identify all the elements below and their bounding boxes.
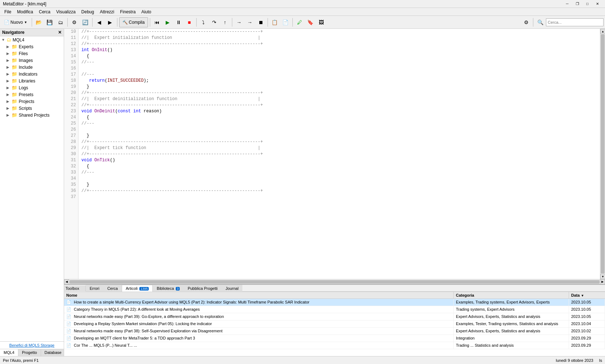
menu-finestra[interactable]: Finestra bbox=[117, 9, 138, 15]
code-editor[interactable]: //+-------------------------------------… bbox=[79, 29, 600, 279]
article-row-1[interactable]: 📄 How to create a simple Multi-Currency … bbox=[64, 299, 605, 306]
scripts-folder-icon: 📁 bbox=[12, 105, 17, 111]
menu-cerca[interactable]: Cerca bbox=[36, 9, 53, 15]
toolbar-separator-5 bbox=[150, 18, 150, 27]
tree-expand-include: ▶ bbox=[6, 65, 12, 69]
image-button[interactable]: 🖼 bbox=[316, 17, 326, 27]
hscroll-left-btn[interactable]: ◀ bbox=[64, 279, 69, 284]
new-button[interactable]: 📄 Nuovo ▼ bbox=[1, 17, 30, 27]
search-input[interactable] bbox=[546, 18, 604, 26]
toolbar-separator-8 bbox=[268, 18, 268, 27]
tree-expand-images: ▶ bbox=[6, 58, 12, 62]
menu-file[interactable]: File bbox=[1, 9, 14, 15]
debug-prev-button[interactable]: → bbox=[245, 17, 255, 27]
bookmark-button[interactable]: 🔖 bbox=[305, 17, 315, 27]
article-icon-7: 📄 bbox=[66, 343, 71, 347]
search-icon-button[interactable]: 🔍 bbox=[535, 17, 545, 27]
tree-item-logs[interactable]: ▶ 📁 Logs bbox=[0, 84, 64, 91]
tree-label-images: Images bbox=[19, 58, 33, 63]
scroll-up-btn[interactable]: ▲ bbox=[600, 29, 605, 34]
tab-journal[interactable]: Journal bbox=[221, 285, 242, 292]
run-stop-button[interactable]: ■ bbox=[184, 17, 194, 27]
code-container[interactable]: 10 11 12 13 14 15 16 17 18 19 20 21 22 2… bbox=[64, 29, 600, 279]
menu-modifica[interactable]: Modifica bbox=[14, 9, 36, 15]
navigator-close-icon[interactable]: ✕ bbox=[58, 30, 62, 35]
menu-debug[interactable]: Debug bbox=[79, 9, 97, 15]
tree-item-files[interactable]: ▶ 📁 Files bbox=[0, 50, 64, 57]
debug-next-button[interactable]: → bbox=[234, 17, 244, 27]
toolbox-tab[interactable]: Toolbox bbox=[64, 286, 86, 291]
article-row-5[interactable]: 📄 Neural networks made easy (Part 38): S… bbox=[64, 328, 605, 335]
tab-pubblica[interactable]: Pubblica Progetti bbox=[184, 285, 221, 292]
close-button[interactable]: ✕ bbox=[593, 1, 602, 7]
col-header-data[interactable]: Data ▼ bbox=[569, 292, 605, 298]
ln-16: 16 bbox=[66, 66, 76, 72]
settings-button[interactable]: ⚙ bbox=[521, 17, 531, 27]
article-name-4: 📄 Developing a Replay System Market simu… bbox=[64, 320, 454, 327]
ln-33: 33 bbox=[66, 170, 76, 176]
step-over-button[interactable]: ↷ bbox=[209, 17, 219, 27]
save-all-button[interactable]: 🗂 bbox=[55, 17, 66, 27]
tree-expand-projects: ▶ bbox=[6, 99, 12, 103]
run-start-button[interactable]: ⏮ bbox=[152, 17, 162, 27]
editor-hscrollbar[interactable]: ◀ ▶ bbox=[64, 279, 605, 284]
save-button[interactable]: 💾 bbox=[45, 17, 55, 27]
nav-tab-mql4[interactable]: MQL4 bbox=[0, 349, 18, 356]
tree-label-files: Files bbox=[19, 51, 28, 56]
tree-item-mql4[interactable]: ▼ 🗂 MQL4 bbox=[0, 36, 64, 43]
forward-button[interactable]: ▶ bbox=[105, 17, 115, 27]
editor-vscrollbar[interactable]: ▲ ▼ bbox=[600, 29, 605, 279]
run-pause-button[interactable]: ⏸ bbox=[174, 17, 184, 27]
mql5-storage-link[interactable]: Benefici di MQL5 Storage bbox=[9, 343, 54, 347]
col-header-nome[interactable]: Nome bbox=[64, 292, 454, 298]
article-cat-6: Integration bbox=[454, 335, 569, 342]
sort-icon: ▼ bbox=[581, 294, 584, 297]
copy-button[interactable]: 📋 bbox=[270, 17, 280, 27]
tree-item-libraries[interactable]: ▶ 📁 Libraries bbox=[0, 77, 64, 84]
step-out-button[interactable]: ↑ bbox=[220, 17, 230, 27]
minimize-button[interactable]: ─ bbox=[563, 1, 572, 7]
hscroll-right-btn[interactable]: ▶ bbox=[600, 279, 605, 284]
tree-item-images[interactable]: ▶ 📁 Images bbox=[0, 57, 64, 64]
run-play-button[interactable]: ▶ bbox=[163, 17, 173, 27]
tree-item-shared-projects[interactable]: ▶ 📁 Shared Projects bbox=[0, 112, 64, 118]
menu-attrezzi[interactable]: Attrezzi bbox=[97, 9, 117, 15]
open-button[interactable]: 📂 bbox=[34, 17, 44, 27]
article-row-6[interactable]: 📄 Developing an MQTT client for MetaTrad… bbox=[64, 335, 605, 342]
article-row-2[interactable]: 📄 Category Theory in MQL5 (Part 22): A d… bbox=[64, 306, 605, 313]
tree-item-indicators[interactable]: ▶ 📁 Indicators bbox=[0, 71, 64, 77]
stop-debug-button[interactable]: ⏹ bbox=[256, 17, 266, 27]
maximize-button[interactable]: □ bbox=[583, 1, 592, 7]
col-header-categoria[interactable]: Categoria bbox=[454, 292, 569, 298]
tree-item-experts[interactable]: ▶ 📁 Experts bbox=[0, 43, 64, 50]
menu-visualizza[interactable]: Visualizza bbox=[53, 9, 79, 15]
wizard-button[interactable]: ⚙ bbox=[70, 17, 80, 27]
nav-tab-progetto[interactable]: Progetto bbox=[18, 349, 41, 356]
scroll-down-btn[interactable]: ▼ bbox=[600, 274, 605, 279]
tab-errori[interactable]: Errori bbox=[86, 285, 103, 292]
highlight-button[interactable]: 🖊 bbox=[295, 17, 305, 27]
menu-aiuto[interactable]: Aiuto bbox=[139, 9, 154, 15]
tree-item-include[interactable]: ▶ 📁 Include bbox=[0, 64, 64, 71]
tab-biblioteca[interactable]: Biblioteca 3 bbox=[153, 285, 184, 292]
sync-button[interactable]: 🔄 bbox=[80, 17, 90, 27]
hscroll-thumb[interactable] bbox=[70, 280, 600, 284]
scroll-thumb[interactable] bbox=[601, 34, 605, 274]
tab-cerca[interactable]: Cerca bbox=[103, 285, 122, 292]
tree-item-scripts[interactable]: ▶ 📁 Scripts bbox=[0, 105, 64, 112]
tab-articoli[interactable]: Articoli 1395 bbox=[122, 285, 153, 292]
tree-item-presets[interactable]: ▶ 📁 Presets bbox=[0, 91, 64, 98]
compile-button[interactable]: 🔨 Compila bbox=[119, 17, 148, 27]
paste-button[interactable]: 📄 bbox=[281, 17, 291, 27]
article-row-4[interactable]: 📄 Developing a Replay System Market simu… bbox=[64, 320, 605, 328]
navigator-mql5-link[interactable]: Benefici di MQL5 Storage bbox=[0, 341, 64, 349]
nav-tab-database[interactable]: Database bbox=[41, 349, 64, 356]
restore-button[interactable]: ❐ bbox=[573, 1, 582, 7]
tree-item-projects[interactable]: ▶ 📁 Projects bbox=[0, 98, 64, 105]
ln-14: 14 bbox=[66, 53, 76, 59]
article-row-3[interactable]: 📄 Neural networks made easy (Part 39): G… bbox=[64, 313, 605, 320]
article-row-7[interactable]: 📄 Cor The ... MQL5 (P...) Neural T... ..… bbox=[64, 342, 605, 349]
step-into-button[interactable]: ⤵ bbox=[198, 17, 209, 27]
shared-projects-folder-icon: 📁 bbox=[12, 112, 17, 118]
back-button[interactable]: ◀ bbox=[94, 17, 104, 27]
